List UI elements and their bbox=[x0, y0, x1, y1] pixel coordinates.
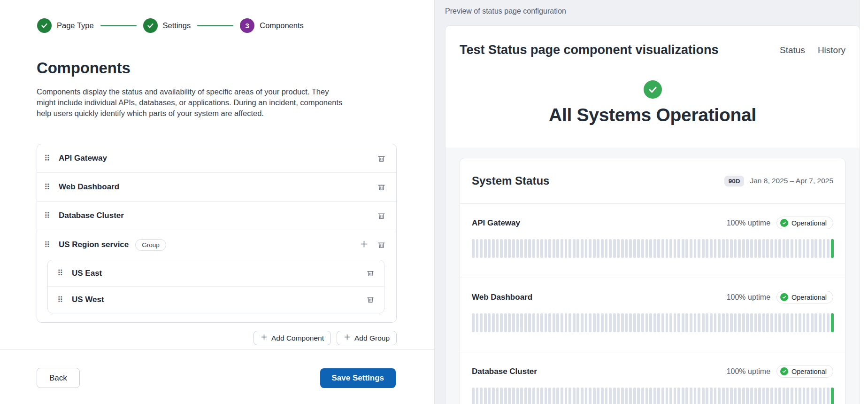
component-group: US Region service Group US East bbox=[37, 230, 396, 313]
component-name: Database Cluster bbox=[472, 367, 537, 376]
status-badge-label: Operational bbox=[791, 368, 827, 375]
configuration-panel: Page Type Settings 3 Components Componen… bbox=[0, 0, 434, 404]
status-badge: Operational bbox=[776, 291, 833, 303]
system-status-header: System Status 90D Jan 8, 2025 – Apr 7, 2… bbox=[460, 158, 845, 203]
drag-handle-icon[interactable] bbox=[57, 269, 66, 277]
component-list: API Gateway Web Dashboard Database Clust… bbox=[37, 144, 397, 323]
group-children-list: US East US West bbox=[47, 260, 384, 313]
step-label: Page Type bbox=[57, 21, 94, 30]
add-group-label: Add Group bbox=[354, 334, 390, 342]
wizard-footer: Back Save Settings bbox=[37, 368, 396, 388]
add-component-label: Add Component bbox=[271, 334, 324, 342]
plus-icon bbox=[360, 240, 369, 250]
nav-status-link[interactable]: Status bbox=[780, 45, 805, 55]
drag-handle-icon[interactable] bbox=[44, 241, 53, 249]
status-page-preview-card: Test Status page component visualization… bbox=[445, 25, 860, 404]
trash-icon bbox=[367, 269, 374, 278]
add-actions: Add Component Add Group bbox=[0, 331, 397, 345]
delete-component-button[interactable] bbox=[367, 295, 374, 304]
component-row: Database Cluster bbox=[37, 202, 396, 230]
drag-handle-icon[interactable] bbox=[57, 296, 66, 304]
component-name: Web Dashboard bbox=[59, 182, 119, 192]
uptime-label: 100% uptime bbox=[727, 293, 770, 302]
trash-icon bbox=[377, 154, 385, 163]
step-number-badge: 3 bbox=[240, 18, 254, 33]
overall-status-text: All Systems Operational bbox=[446, 105, 860, 125]
component-name: US West bbox=[72, 295, 104, 304]
save-settings-button[interactable]: Save Settings bbox=[320, 368, 396, 388]
page-title: Components bbox=[37, 59, 434, 77]
trash-icon bbox=[377, 241, 385, 249]
all-operational-check-icon bbox=[644, 80, 662, 99]
step-label: Settings bbox=[163, 21, 191, 30]
status-badge-label: Operational bbox=[791, 294, 827, 301]
step-page-type[interactable]: Page Type bbox=[37, 18, 94, 33]
component-row: API Gateway bbox=[37, 144, 396, 173]
operational-check-icon bbox=[780, 219, 788, 227]
status-badge: Operational bbox=[776, 217, 833, 229]
component-row: Web Dashboard bbox=[37, 173, 396, 202]
date-range: Jan 8, 2025 – Apr 7, 2025 bbox=[750, 177, 833, 185]
component-status-section: Database Cluster 100% uptime Operational bbox=[460, 352, 845, 404]
trash-icon bbox=[377, 183, 385, 192]
trash-icon bbox=[377, 211, 385, 220]
status-page-title: Test Status page component visualization… bbox=[460, 43, 719, 57]
stepper-connector bbox=[100, 25, 137, 26]
preview-scrollbar[interactable] bbox=[860, 0, 868, 404]
plus-icon bbox=[261, 334, 268, 342]
operational-check-icon bbox=[780, 367, 788, 375]
group-badge: Group bbox=[135, 239, 166, 251]
delete-component-button[interactable] bbox=[367, 269, 374, 278]
drag-handle-icon[interactable] bbox=[44, 183, 53, 191]
delete-component-button[interactable] bbox=[377, 211, 385, 220]
operational-check-icon bbox=[780, 293, 788, 301]
nav-history-link[interactable]: History bbox=[818, 45, 845, 55]
uptime-label: 100% uptime bbox=[727, 219, 770, 227]
add-component-button[interactable]: Add Component bbox=[253, 331, 331, 345]
footer-divider bbox=[0, 349, 434, 350]
drag-handle-icon[interactable] bbox=[44, 155, 53, 163]
component-name: US East bbox=[72, 269, 102, 278]
stepper-connector bbox=[197, 25, 233, 26]
preview-caption: Preview of status page configuration bbox=[445, 7, 868, 16]
step-components[interactable]: 3 Components bbox=[240, 18, 304, 33]
back-button[interactable]: Back bbox=[37, 368, 80, 388]
component-name: API Gateway bbox=[59, 154, 107, 163]
preview-panel: Preview of status page configuration Tes… bbox=[434, 0, 868, 404]
group-header-row: US Region service Group bbox=[37, 230, 396, 259]
wizard-stepper: Page Type Settings 3 Components bbox=[37, 18, 434, 33]
status-badge-label: Operational bbox=[791, 219, 827, 227]
drag-handle-icon[interactable] bbox=[44, 212, 53, 220]
step-check-icon bbox=[37, 18, 52, 33]
page-description: Components display the status and availa… bbox=[37, 86, 348, 119]
range-badge[interactable]: 90D bbox=[724, 176, 745, 186]
component-status-section: Web Dashboard 100% uptime Operational bbox=[460, 278, 845, 352]
component-name: API Gateway bbox=[472, 218, 520, 228]
component-name: Web Dashboard bbox=[472, 293, 532, 302]
system-status-title: System Status bbox=[472, 174, 549, 187]
uptime-bars bbox=[472, 239, 833, 258]
plus-icon bbox=[344, 334, 351, 342]
overall-status-hero: All Systems Operational bbox=[446, 57, 860, 148]
system-status-card: System Status 90D Jan 8, 2025 – Apr 7, 2… bbox=[460, 158, 845, 404]
status-badge: Operational bbox=[776, 365, 833, 378]
delete-group-button[interactable] bbox=[377, 241, 385, 249]
component-status-section: API Gateway 100% uptime Operational bbox=[460, 204, 845, 278]
preview-nav: Status History bbox=[780, 45, 845, 55]
step-label: Components bbox=[260, 21, 304, 30]
uptime-label: 100% uptime bbox=[727, 367, 770, 376]
preview-body: System Status 90D Jan 8, 2025 – Apr 7, 2… bbox=[446, 148, 860, 404]
uptime-bars bbox=[472, 313, 833, 332]
delete-component-button[interactable] bbox=[377, 183, 385, 192]
delete-component-button[interactable] bbox=[377, 154, 385, 163]
child-component-row: US East bbox=[48, 260, 384, 287]
add-to-group-button[interactable] bbox=[360, 240, 369, 250]
add-group-button[interactable]: Add Group bbox=[337, 331, 397, 345]
group-name: US Region service bbox=[59, 240, 129, 249]
trash-icon bbox=[367, 295, 374, 304]
uptime-bars bbox=[472, 388, 833, 404]
preview-card-header: Test Status page component visualization… bbox=[446, 26, 860, 57]
step-check-icon bbox=[143, 18, 158, 33]
child-component-row: US West bbox=[48, 287, 384, 313]
step-settings[interactable]: Settings bbox=[143, 18, 191, 33]
